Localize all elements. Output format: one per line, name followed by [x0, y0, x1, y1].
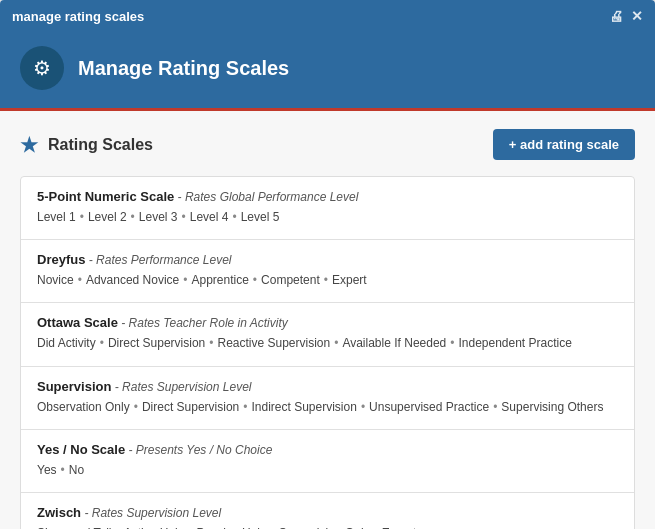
scale-name: Yes / No Scale	[37, 442, 125, 457]
scale-name-line: Zwisch - Rates Supervision Level	[37, 505, 618, 520]
scale-name-line: Yes / No Scale - Presents Yes / No Choic…	[37, 442, 618, 457]
section-header: ★ Rating Scales + add rating scale	[20, 129, 635, 160]
scale-level: Reactive Supervision	[217, 336, 330, 350]
titlebar-icons: 🖨 ✕	[609, 8, 643, 24]
separator-dot: •	[450, 336, 454, 350]
scale-level: Indirect Supervision	[252, 400, 357, 414]
scale-level: Direct Supervision	[142, 400, 239, 414]
scale-item[interactable]: Ottawa Scale - Rates Teacher Role in Act…	[21, 303, 634, 366]
content-area: ★ Rating Scales + add rating scale 5-Poi…	[0, 111, 655, 529]
separator-dot: •	[183, 273, 187, 287]
scale-level: Unsupervised Practice	[369, 400, 489, 414]
separator-dot: •	[80, 210, 84, 224]
separator-dot: •	[134, 400, 138, 414]
scale-level: Did Activity	[37, 336, 96, 350]
scale-name: Supervision	[37, 379, 111, 394]
scale-levels: Yes•No	[37, 461, 618, 480]
add-rating-scale-button[interactable]: + add rating scale	[493, 129, 635, 160]
scale-name: 5-Point Numeric Scale	[37, 189, 174, 204]
separator-dot: •	[253, 273, 257, 287]
scales-list: 5-Point Numeric Scale - Rates Global Per…	[20, 176, 635, 529]
separator-dot: •	[209, 336, 213, 350]
scale-item[interactable]: Supervision - Rates Supervision LevelObs…	[21, 367, 634, 430]
star-icon: ★	[20, 133, 38, 157]
scale-level: Available If Needed	[342, 336, 446, 350]
titlebar: manage rating scales 🖨 ✕	[0, 0, 655, 32]
scale-level: Novice	[37, 273, 74, 287]
scale-level: Yes	[37, 463, 57, 477]
scale-subtitle: - Rates Supervision Level	[81, 506, 221, 520]
scale-subtitle: - Rates Global Performance Level	[174, 190, 358, 204]
scale-level: Competent	[261, 273, 320, 287]
scale-level: Expert	[332, 273, 367, 287]
scale-level: Level 3	[139, 210, 178, 224]
scale-level: Advanced Novice	[86, 273, 179, 287]
titlebar-title: manage rating scales	[12, 9, 144, 24]
main-window: manage rating scales 🖨 ✕ ⚙ Manage Rating…	[0, 0, 655, 529]
scale-name-line: 5-Point Numeric Scale - Rates Global Per…	[37, 189, 618, 204]
separator-dot: •	[243, 400, 247, 414]
separator-dot: •	[361, 400, 365, 414]
scale-level: Level 4	[190, 210, 229, 224]
separator-dot: •	[324, 273, 328, 287]
separator-dot: •	[232, 210, 236, 224]
scale-name-line: Supervision - Rates Supervision Level	[37, 379, 618, 394]
separator-dot: •	[78, 273, 82, 287]
scale-level: Supervising Others	[501, 400, 603, 414]
scale-name-line: Ottawa Scale - Rates Teacher Role in Act…	[37, 315, 618, 330]
close-icon[interactable]: ✕	[631, 8, 643, 24]
scale-level: Level 1	[37, 210, 76, 224]
separator-dot: •	[100, 336, 104, 350]
scale-level: Level 2	[88, 210, 127, 224]
scale-subtitle: - Rates Performance Level	[85, 253, 231, 267]
scale-subtitle: - Rates Supervision Level	[111, 380, 251, 394]
section-title-group: ★ Rating Scales	[20, 133, 153, 157]
scale-levels: Did Activity•Direct Supervision•Reactive…	[37, 334, 618, 353]
scale-level: Level 5	[241, 210, 280, 224]
scale-item[interactable]: Dreyfus - Rates Performance LevelNovice•…	[21, 240, 634, 303]
header-bar: ⚙ Manage Rating Scales	[0, 32, 655, 111]
separator-dot: •	[334, 336, 338, 350]
header-icon: ⚙	[20, 46, 64, 90]
scale-item[interactable]: Zwisch - Rates Supervision LevelShow and…	[21, 493, 634, 529]
scale-levels: Observation Only•Direct Supervision•Indi…	[37, 398, 618, 417]
scale-level: No	[69, 463, 84, 477]
scale-item[interactable]: 5-Point Numeric Scale - Rates Global Per…	[21, 177, 634, 240]
scale-levels: Level 1•Level 2•Level 3•Level 4•Level 5	[37, 208, 618, 227]
scale-level: Observation Only	[37, 400, 130, 414]
scale-levels: Novice•Advanced Novice•Apprentice•Compet…	[37, 271, 618, 290]
scale-item[interactable]: Yes / No Scale - Presents Yes / No Choic…	[21, 430, 634, 493]
scale-level: Direct Supervision	[108, 336, 205, 350]
scale-level: Independent Practice	[458, 336, 571, 350]
separator-dot: •	[61, 463, 65, 477]
section-title: Rating Scales	[48, 136, 153, 154]
separator-dot: •	[493, 400, 497, 414]
scale-levels: Show and Tell•Active Help•Passive Help•S…	[37, 524, 618, 529]
header-title: Manage Rating Scales	[78, 57, 289, 80]
separator-dot: •	[131, 210, 135, 224]
scale-name-line: Dreyfus - Rates Performance Level	[37, 252, 618, 267]
scale-subtitle: - Rates Teacher Role in Activity	[118, 316, 288, 330]
print-icon[interactable]: 🖨	[609, 8, 623, 24]
scale-subtitle: - Presents Yes / No Choice	[125, 443, 272, 457]
scale-level: Apprentice	[191, 273, 248, 287]
scale-name: Zwisch	[37, 505, 81, 520]
scale-name: Ottawa Scale	[37, 315, 118, 330]
separator-dot: •	[182, 210, 186, 224]
scale-name: Dreyfus	[37, 252, 85, 267]
